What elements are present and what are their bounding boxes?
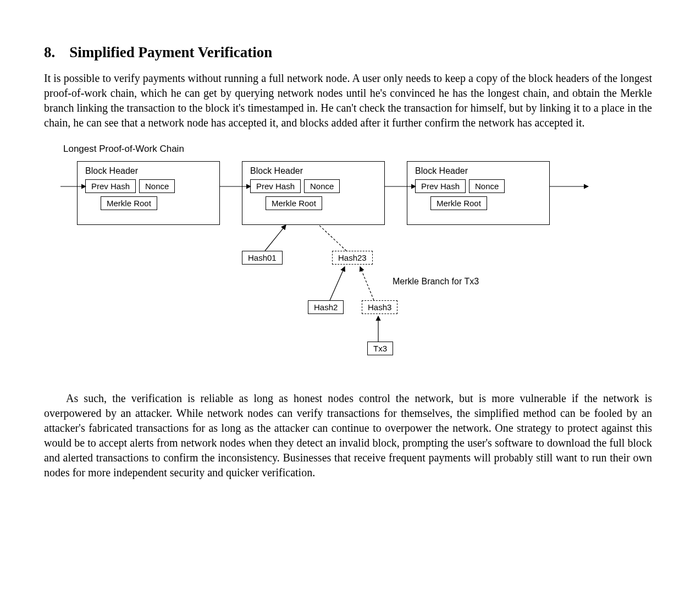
block-header-3: Block Header Prev Hash Nonce Merkle Root bbox=[407, 161, 550, 225]
hash23-box: Hash23 bbox=[332, 251, 373, 265]
prev-hash-box: Prev Hash bbox=[250, 179, 301, 193]
merkle-root-box: Merkle Root bbox=[430, 196, 487, 210]
section-heading: 8.Simplified Payment Verification bbox=[44, 44, 652, 61]
section-title: Simplified Payment Verification bbox=[69, 44, 272, 61]
block-header-title: Block Header bbox=[85, 166, 214, 176]
merkle-root-box: Merkle Root bbox=[101, 196, 157, 210]
block-header-2: Block Header Prev Hash Nonce Merkle Root bbox=[242, 161, 385, 225]
svg-line-4 bbox=[265, 225, 286, 251]
section-number: 8. bbox=[44, 44, 55, 61]
block-header-1: Block Header Prev Hash Nonce Merkle Root bbox=[77, 161, 220, 225]
block-header-title: Block Header bbox=[250, 166, 379, 176]
paragraph-1: It is possible to verify payments withou… bbox=[44, 71, 652, 130]
svg-line-5 bbox=[319, 225, 346, 251]
nonce-box: Nonce bbox=[304, 179, 340, 193]
merkle-root-box: Merkle Root bbox=[266, 196, 322, 210]
prev-hash-box: Prev Hash bbox=[415, 179, 466, 193]
hash2-box: Hash2 bbox=[308, 300, 344, 314]
block-header-title: Block Header bbox=[415, 166, 544, 176]
hash01-box: Hash01 bbox=[242, 251, 283, 265]
svg-line-6 bbox=[330, 267, 345, 300]
spv-diagram: Longest Proof-of-Work Chain Block Header… bbox=[60, 144, 621, 375]
tx3-box: Tx3 bbox=[367, 342, 393, 355]
paragraph-2: As such, the verification is reliable as… bbox=[44, 391, 652, 480]
branch-label: Merkle Branch for Tx3 bbox=[393, 277, 479, 287]
svg-line-7 bbox=[360, 267, 374, 300]
hash3-box: Hash3 bbox=[362, 300, 397, 314]
prev-hash-box: Prev Hash bbox=[85, 179, 136, 193]
nonce-box: Nonce bbox=[469, 179, 505, 193]
nonce-box: Nonce bbox=[139, 179, 175, 193]
chain-label: Longest Proof-of-Work Chain bbox=[63, 144, 184, 155]
